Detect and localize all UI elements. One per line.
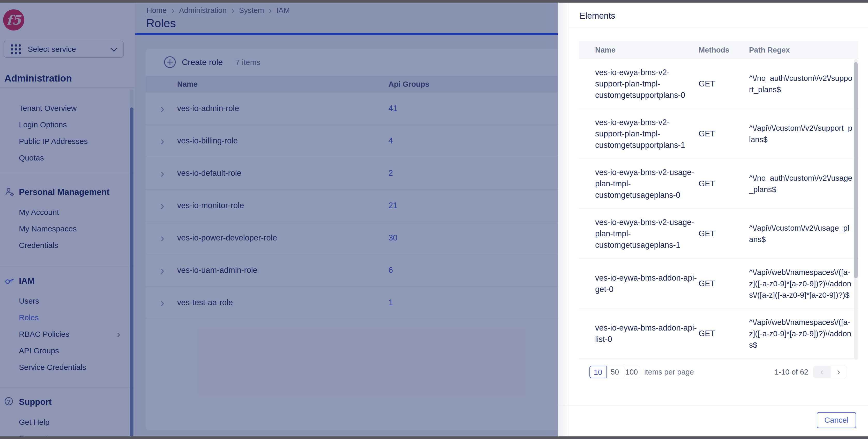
panel-title: Elements <box>580 11 615 21</box>
pagination-nav: ‹ › <box>813 366 847 378</box>
element-row: ves-io-eywa-bms-addon-api-get-0GET^\/api… <box>579 259 859 309</box>
previous-page-button[interactable]: ‹ <box>814 366 830 378</box>
element-method: GET <box>699 228 749 239</box>
element-row: ves-io-ewya-bms-v2-support-plan-tmpl-cus… <box>579 59 859 109</box>
divider <box>568 28 868 28</box>
element-path-regex: ^\/api\/web\/namespaces\/([a-z]([-a-z0-9… <box>749 317 852 351</box>
element-name: ves-io-eywa-bms-addon-api-get-0 <box>595 272 699 295</box>
elements-panel-inner: Elements Name Methods Path Regex ves-io-… <box>568 3 868 436</box>
page-size-10-button[interactable]: 10 <box>589 366 607 378</box>
element-path-regex: ^\/api\/\/custom\/v2\/support_plans$ <box>749 122 852 145</box>
page-size-50-button[interactable]: 50 <box>606 366 623 378</box>
panel-scrollbar-thumb[interactable] <box>854 62 858 278</box>
page-size-100-button[interactable]: 100 <box>623 366 640 378</box>
element-path-regex: ^\/api\/\/custom\/v2\/usage_plans$ <box>749 222 852 245</box>
element-method: GET <box>699 128 749 140</box>
items-per-page-label: items per page <box>644 366 694 378</box>
elements-table-body: ves-io-ewya-bms-v2-support-plan-tmpl-cus… <box>579 59 859 359</box>
pagination: 1050100 items per page 1-10 of 62 ‹ › <box>568 366 868 378</box>
elements-table-header: Name Methods Path Regex <box>579 41 859 59</box>
column-header-path-regex: Path Regex <box>749 46 852 54</box>
elements-table: Name Methods Path Regex ves-io-ewya-bms-… <box>579 41 859 360</box>
next-page-button[interactable]: › <box>830 366 847 378</box>
panel-footer-divider <box>558 405 868 405</box>
element-path-regex: ^\/no_auth\/custom\/v2\/usage_plans$ <box>749 172 852 195</box>
element-method: GET <box>699 328 749 339</box>
element-method: GET <box>699 278 749 289</box>
element-name: ves-io-ewya-bms-v2-support-plan-tmpl-cus… <box>595 117 699 151</box>
element-method: GET <box>699 78 749 90</box>
element-row: ves-io-ewya-bms-v2-usage-plan-tmpl-custo… <box>579 159 859 209</box>
element-row: ves-io-eywa-bms-addon-api-list-0GET^\/ap… <box>579 309 859 359</box>
element-method: GET <box>699 178 749 189</box>
page-size-group: 1050100 <box>589 366 640 378</box>
cancel-button[interactable]: Cancel <box>817 412 856 428</box>
pagination-range: 1-10 of 62 <box>774 366 808 378</box>
app-window: f5 Select service Administration Tenant … <box>0 0 868 439</box>
window-top-strip <box>0 0 868 3</box>
column-header-methods: Methods <box>699 46 749 54</box>
window-bottom-strip <box>0 436 868 439</box>
element-path-regex: ^\/no_auth\/custom\/v2\/support_plans$ <box>749 72 852 95</box>
element-name: ves-io-ewya-bms-v2-usage-plan-tmpl-custo… <box>595 167 699 201</box>
column-header-name: Name <box>595 46 699 54</box>
element-name: ves-io-ewya-bms-v2-usage-plan-tmpl-custo… <box>595 217 699 251</box>
element-name: ves-io-eywa-bms-addon-api-list-0 <box>595 322 699 345</box>
element-row: ves-io-ewya-bms-v2-support-plan-tmpl-cus… <box>579 109 859 159</box>
element-row: ves-io-ewya-bms-v2-usage-plan-tmpl-custo… <box>579 209 859 259</box>
elements-panel: Elements Name Methods Path Regex ves-io-… <box>558 3 868 436</box>
element-name: ves-io-ewya-bms-v2-support-plan-tmpl-cus… <box>595 67 699 101</box>
element-path-regex: ^\/api\/web\/namespaces\/([a-z]([-a-z0-9… <box>749 267 852 301</box>
